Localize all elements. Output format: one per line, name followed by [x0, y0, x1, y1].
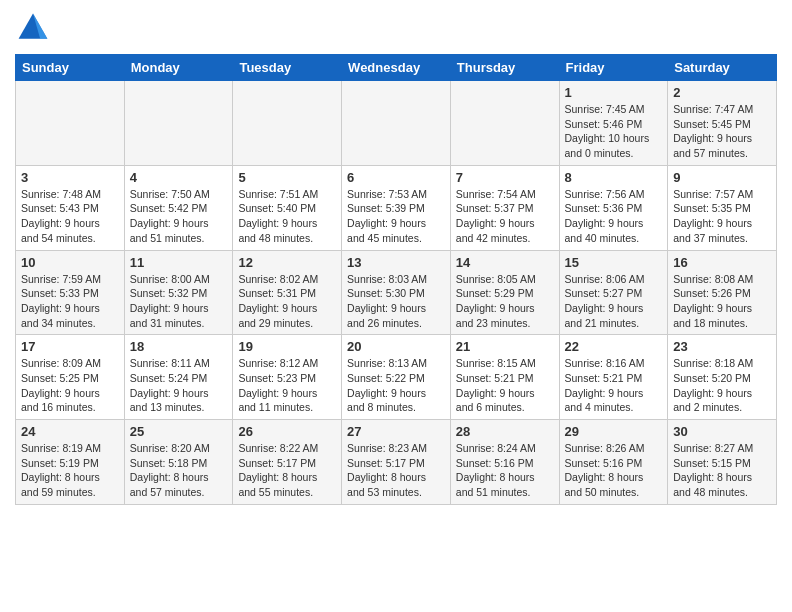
day-info: Sunrise: 7:50 AM Sunset: 5:42 PM Dayligh… [130, 187, 228, 246]
day-info: Sunrise: 7:54 AM Sunset: 5:37 PM Dayligh… [456, 187, 554, 246]
day-info: Sunrise: 8:27 AM Sunset: 5:15 PM Dayligh… [673, 441, 771, 500]
calendar-cell [233, 81, 342, 166]
day-number: 21 [456, 339, 554, 354]
calendar-cell: 24Sunrise: 8:19 AM Sunset: 5:19 PM Dayli… [16, 420, 125, 505]
day-number: 8 [565, 170, 663, 185]
logo [15, 10, 55, 46]
calendar-cell: 8Sunrise: 7:56 AM Sunset: 5:36 PM Daylig… [559, 165, 668, 250]
day-info: Sunrise: 7:47 AM Sunset: 5:45 PM Dayligh… [673, 102, 771, 161]
day-info: Sunrise: 8:00 AM Sunset: 5:32 PM Dayligh… [130, 272, 228, 331]
header [15, 10, 777, 46]
day-number: 26 [238, 424, 336, 439]
weekday-friday: Friday [559, 55, 668, 81]
calendar-body: 1Sunrise: 7:45 AM Sunset: 5:46 PM Daylig… [16, 81, 777, 505]
logo-icon [15, 10, 51, 46]
calendar-cell: 15Sunrise: 8:06 AM Sunset: 5:27 PM Dayli… [559, 250, 668, 335]
day-number: 1 [565, 85, 663, 100]
day-info: Sunrise: 8:16 AM Sunset: 5:21 PM Dayligh… [565, 356, 663, 415]
calendar-cell: 13Sunrise: 8:03 AM Sunset: 5:30 PM Dayli… [342, 250, 451, 335]
calendar-cell: 28Sunrise: 8:24 AM Sunset: 5:16 PM Dayli… [450, 420, 559, 505]
calendar-cell: 16Sunrise: 8:08 AM Sunset: 5:26 PM Dayli… [668, 250, 777, 335]
calendar-cell: 20Sunrise: 8:13 AM Sunset: 5:22 PM Dayli… [342, 335, 451, 420]
week-row-3: 10Sunrise: 7:59 AM Sunset: 5:33 PM Dayli… [16, 250, 777, 335]
calendar-header: SundayMondayTuesdayWednesdayThursdayFrid… [16, 55, 777, 81]
day-number: 3 [21, 170, 119, 185]
calendar-cell [342, 81, 451, 166]
week-row-1: 1Sunrise: 7:45 AM Sunset: 5:46 PM Daylig… [16, 81, 777, 166]
day-info: Sunrise: 8:05 AM Sunset: 5:29 PM Dayligh… [456, 272, 554, 331]
day-number: 9 [673, 170, 771, 185]
day-info: Sunrise: 8:26 AM Sunset: 5:16 PM Dayligh… [565, 441, 663, 500]
calendar-cell [16, 81, 125, 166]
day-number: 18 [130, 339, 228, 354]
weekday-sunday: Sunday [16, 55, 125, 81]
day-number: 30 [673, 424, 771, 439]
weekday-monday: Monday [124, 55, 233, 81]
day-info: Sunrise: 8:22 AM Sunset: 5:17 PM Dayligh… [238, 441, 336, 500]
calendar: SundayMondayTuesdayWednesdayThursdayFrid… [15, 54, 777, 505]
day-number: 24 [21, 424, 119, 439]
day-info: Sunrise: 8:15 AM Sunset: 5:21 PM Dayligh… [456, 356, 554, 415]
day-info: Sunrise: 8:13 AM Sunset: 5:22 PM Dayligh… [347, 356, 445, 415]
weekday-row: SundayMondayTuesdayWednesdayThursdayFrid… [16, 55, 777, 81]
day-number: 17 [21, 339, 119, 354]
day-number: 15 [565, 255, 663, 270]
weekday-saturday: Saturday [668, 55, 777, 81]
week-row-2: 3Sunrise: 7:48 AM Sunset: 5:43 PM Daylig… [16, 165, 777, 250]
calendar-cell: 30Sunrise: 8:27 AM Sunset: 5:15 PM Dayli… [668, 420, 777, 505]
day-number: 27 [347, 424, 445, 439]
page: SundayMondayTuesdayWednesdayThursdayFrid… [0, 0, 792, 520]
calendar-cell: 7Sunrise: 7:54 AM Sunset: 5:37 PM Daylig… [450, 165, 559, 250]
calendar-cell: 6Sunrise: 7:53 AM Sunset: 5:39 PM Daylig… [342, 165, 451, 250]
day-number: 11 [130, 255, 228, 270]
day-number: 20 [347, 339, 445, 354]
calendar-cell: 19Sunrise: 8:12 AM Sunset: 5:23 PM Dayli… [233, 335, 342, 420]
calendar-cell: 9Sunrise: 7:57 AM Sunset: 5:35 PM Daylig… [668, 165, 777, 250]
day-number: 23 [673, 339, 771, 354]
calendar-cell: 10Sunrise: 7:59 AM Sunset: 5:33 PM Dayli… [16, 250, 125, 335]
day-number: 29 [565, 424, 663, 439]
day-number: 19 [238, 339, 336, 354]
day-info: Sunrise: 8:11 AM Sunset: 5:24 PM Dayligh… [130, 356, 228, 415]
day-number: 6 [347, 170, 445, 185]
week-row-5: 24Sunrise: 8:19 AM Sunset: 5:19 PM Dayli… [16, 420, 777, 505]
calendar-cell: 25Sunrise: 8:20 AM Sunset: 5:18 PM Dayli… [124, 420, 233, 505]
weekday-thursday: Thursday [450, 55, 559, 81]
day-info: Sunrise: 8:19 AM Sunset: 5:19 PM Dayligh… [21, 441, 119, 500]
day-info: Sunrise: 7:51 AM Sunset: 5:40 PM Dayligh… [238, 187, 336, 246]
day-info: Sunrise: 8:20 AM Sunset: 5:18 PM Dayligh… [130, 441, 228, 500]
calendar-cell: 1Sunrise: 7:45 AM Sunset: 5:46 PM Daylig… [559, 81, 668, 166]
calendar-cell: 12Sunrise: 8:02 AM Sunset: 5:31 PM Dayli… [233, 250, 342, 335]
week-row-4: 17Sunrise: 8:09 AM Sunset: 5:25 PM Dayli… [16, 335, 777, 420]
calendar-cell [124, 81, 233, 166]
day-number: 5 [238, 170, 336, 185]
day-info: Sunrise: 8:06 AM Sunset: 5:27 PM Dayligh… [565, 272, 663, 331]
day-number: 28 [456, 424, 554, 439]
calendar-cell: 17Sunrise: 8:09 AM Sunset: 5:25 PM Dayli… [16, 335, 125, 420]
calendar-cell: 27Sunrise: 8:23 AM Sunset: 5:17 PM Dayli… [342, 420, 451, 505]
calendar-cell: 3Sunrise: 7:48 AM Sunset: 5:43 PM Daylig… [16, 165, 125, 250]
day-number: 22 [565, 339, 663, 354]
day-number: 12 [238, 255, 336, 270]
day-info: Sunrise: 7:57 AM Sunset: 5:35 PM Dayligh… [673, 187, 771, 246]
day-number: 10 [21, 255, 119, 270]
day-info: Sunrise: 7:56 AM Sunset: 5:36 PM Dayligh… [565, 187, 663, 246]
day-number: 7 [456, 170, 554, 185]
day-info: Sunrise: 7:48 AM Sunset: 5:43 PM Dayligh… [21, 187, 119, 246]
weekday-wednesday: Wednesday [342, 55, 451, 81]
calendar-cell: 26Sunrise: 8:22 AM Sunset: 5:17 PM Dayli… [233, 420, 342, 505]
calendar-cell: 23Sunrise: 8:18 AM Sunset: 5:20 PM Dayli… [668, 335, 777, 420]
day-info: Sunrise: 7:45 AM Sunset: 5:46 PM Dayligh… [565, 102, 663, 161]
calendar-cell: 22Sunrise: 8:16 AM Sunset: 5:21 PM Dayli… [559, 335, 668, 420]
day-number: 2 [673, 85, 771, 100]
calendar-cell: 11Sunrise: 8:00 AM Sunset: 5:32 PM Dayli… [124, 250, 233, 335]
day-number: 16 [673, 255, 771, 270]
calendar-cell: 29Sunrise: 8:26 AM Sunset: 5:16 PM Dayli… [559, 420, 668, 505]
day-info: Sunrise: 8:03 AM Sunset: 5:30 PM Dayligh… [347, 272, 445, 331]
day-info: Sunrise: 8:12 AM Sunset: 5:23 PM Dayligh… [238, 356, 336, 415]
day-number: 14 [456, 255, 554, 270]
day-number: 13 [347, 255, 445, 270]
day-info: Sunrise: 7:59 AM Sunset: 5:33 PM Dayligh… [21, 272, 119, 331]
calendar-cell: 18Sunrise: 8:11 AM Sunset: 5:24 PM Dayli… [124, 335, 233, 420]
calendar-cell: 2Sunrise: 7:47 AM Sunset: 5:45 PM Daylig… [668, 81, 777, 166]
